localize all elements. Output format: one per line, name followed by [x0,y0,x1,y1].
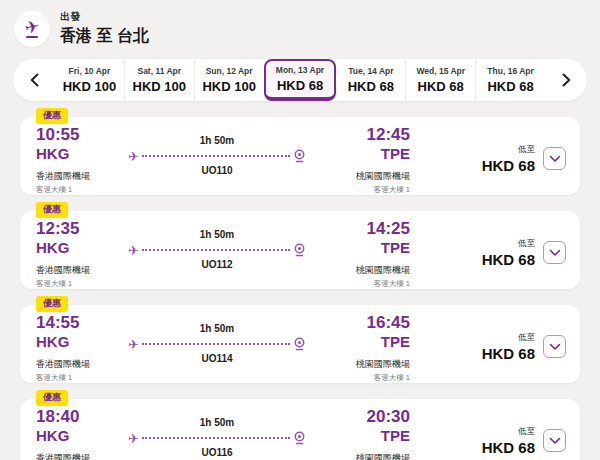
arrival-airport-code: TPE [381,239,410,257]
promo-badge: 優惠 [36,296,68,312]
date-option-tue-14-apr[interactable]: Tue, 14 Apr HKD 68 [336,59,405,101]
date-option-fri-10-apr[interactable]: Fri, 10 Apr HKD 100 [55,59,124,101]
date-option-sun-12-apr[interactable]: Sun, 12 Apr HKD 100 [194,59,264,101]
price-value: HKD 68 [482,157,535,174]
chevron-right-icon [562,73,571,87]
departure-airport-code: HKG [36,145,128,163]
departure-time: 14:55 [36,314,128,333]
prev-dates-button[interactable] [13,59,55,101]
arrival-time: 20:30 [367,408,410,427]
departure-airport-name: 香港國際機場 [36,452,128,460]
flight-number: UO110 [201,165,232,176]
route-title: 香港 至 台北 [60,26,149,47]
expand-fares-button[interactable] [543,335,566,358]
flight-path-dotted-line [142,437,290,439]
date-price: HKD 68 [348,79,394,94]
arrival-block: 12:45 TPE 桃園國際機場 客運大樓 1 [306,126,410,195]
arrival-airport-code: TPE [381,145,410,163]
flight-number: UO116 [201,447,232,458]
arrival-block: 20:30 TPE 桃園國際機場 客運大樓 1 [306,408,410,460]
departure-terminal: 客運大樓 1 [36,373,128,383]
date-option-thu-16-apr[interactable]: Thu, 16 Apr HKD 68 [475,59,545,101]
flight-duration: 1h 50m [200,323,234,334]
date-price: HKD 100 [133,79,186,94]
date-label: Thu, 16 Apr [487,66,533,76]
arrival-airport-name: 桃園國際機場 [356,358,410,371]
flight-card: 優惠 14:55 HKG 香港國際機場 客運大樓 1 1h 50m ✈ UO11… [20,305,580,383]
flight-path-dotted-line [142,155,290,157]
expand-fares-button[interactable] [543,147,566,170]
flight-path-dotted-line [142,343,290,345]
plane-takeoff-icon: ✈ [128,150,139,163]
arrival-airport-name: 桃園國際機場 [356,264,410,277]
arrival-terminal: 客運大樓 1 [374,185,410,195]
flight-card: 優惠 10:55 HKG 香港國際機場 客運大樓 1 1h 50m ✈ UO11… [20,117,580,195]
chevron-down-icon [549,249,561,257]
date-label: Fri, 10 Apr [69,66,111,76]
departure-time: 10:55 [36,126,128,145]
route-block: 1h 50m ✈ UO116 [128,417,306,458]
arrival-block: 14:25 TPE 桃園國際機場 客運大樓 1 [306,220,410,289]
flight-number: UO112 [201,259,232,270]
promo-badge: 優惠 [36,108,68,124]
route-header: ✈ 出發 香港 至 台北 [0,0,600,55]
date-price: HKD 100 [202,79,255,94]
arrival-airport-code: TPE [381,427,410,445]
promo-badge: 優惠 [36,202,68,218]
route-block: 1h 50m ✈ UO114 [128,323,306,364]
date-label: Sun, 12 Apr [206,66,253,76]
chevron-down-icon [549,437,561,445]
departure-airport-name: 香港國際機場 [36,170,128,183]
departure-label: 出發 [60,10,149,24]
expand-fares-button[interactable] [543,429,566,452]
date-label: Mon, 13 Apr [276,65,324,75]
arrival-location-icon [293,431,306,445]
route-block: 1h 50m ✈ UO110 [128,135,306,176]
departure-time: 18:40 [36,408,128,427]
departure-terminal: 客運大樓 1 [36,185,128,195]
flight-results-list: 優惠 10:55 HKG 香港國際機場 客運大樓 1 1h 50m ✈ UO11… [0,117,600,460]
departure-airport-code: HKG [36,239,128,257]
arrival-terminal: 客運大樓 1 [374,373,410,383]
chevron-down-icon [549,343,561,351]
date-option-sat-11-apr[interactable]: Sat, 11 Apr HKD 100 [124,59,194,101]
price-value: HKD 68 [482,251,535,268]
date-price: HKD 68 [277,78,323,93]
departure-block: 14:55 HKG 香港國際機場 客運大樓 1 [36,314,128,383]
arrival-airport-name: 桃園國際機場 [356,452,410,460]
arrival-airport-code: TPE [381,333,410,351]
date-price: HKD 68 [487,79,533,94]
arrival-time: 14:25 [367,220,410,239]
price-value: HKD 68 [482,345,535,362]
departure-terminal: 客運大樓 1 [36,279,128,289]
arrival-location-icon [293,149,306,163]
flight-number: UO114 [201,353,232,364]
next-dates-button[interactable] [545,59,587,101]
flight-card: 優惠 18:40 HKG 香港國際機場 客運大樓 1 1h 50m ✈ UO11… [20,399,580,460]
price-from-label: 低至 [518,332,535,344]
price-from-label: 低至 [518,144,535,156]
arrival-block: 16:45 TPE 桃園國際機場 客運大樓 1 [306,314,410,383]
date-selector-bar: Fri, 10 Apr HKD 100 Sat, 11 Apr HKD 100 … [13,59,587,101]
date-option-wed-15-apr[interactable]: Wed, 15 Apr HKD 68 [405,59,475,101]
arrival-location-icon [293,243,306,257]
arrival-time: 12:45 [367,126,410,145]
date-label: Tue, 14 Apr [348,66,393,76]
departure-block: 10:55 HKG 香港國際機場 客運大樓 1 [36,126,128,195]
arrival-location-icon [293,337,306,351]
flight-duration: 1h 50m [200,417,234,428]
date-price: HKD 68 [418,79,464,94]
route-block: 1h 50m ✈ UO112 [128,229,306,270]
plane-takeoff-icon: ✈ [128,244,139,257]
arrival-airport-name: 桃園國際機場 [356,170,410,183]
departure-airport-name: 香港國際機場 [36,358,128,371]
chevron-left-icon [30,73,39,87]
date-price: HKD 100 [63,79,116,94]
date-label: Wed, 15 Apr [416,66,465,76]
date-option-mon-13-apr-selected[interactable]: Mon, 13 Apr HKD 68 [264,59,337,101]
departure-time: 12:35 [36,220,128,239]
expand-fares-button[interactable] [543,241,566,264]
price-from-label: 低至 [518,238,535,250]
flight-duration: 1h 50m [200,135,234,146]
departure-block: 12:35 HKG 香港國際機場 客運大樓 1 [36,220,128,289]
